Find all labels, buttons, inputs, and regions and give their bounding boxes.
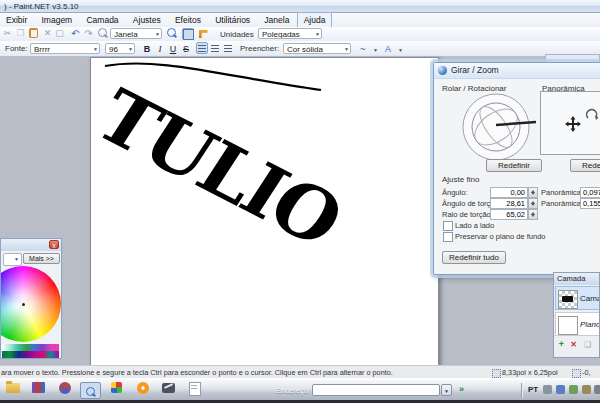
close-icon[interactable]: x: [49, 240, 59, 249]
paint-net-window: ) - Paint.NET v3.5.10 Exibir Imagem Cama…: [0, 0, 600, 403]
folder-icon[interactable]: [2, 382, 23, 399]
layer-thumbnail: [558, 290, 578, 309]
bold-button[interactable]: B: [141, 42, 153, 54]
align-right-button[interactable]: [222, 42, 234, 54]
layer-name: Camada 2: [580, 294, 600, 303]
canvas[interactable]: TULIO: [90, 57, 439, 367]
reset-roll-button[interactable]: Redefinir: [486, 159, 542, 172]
tray-printer-icon[interactable]: [543, 385, 552, 394]
spinner-updown-icon[interactable]: [528, 187, 538, 198]
trackball-control[interactable]: [458, 91, 540, 163]
pan-y-input[interactable]: [580, 198, 600, 209]
italic-button[interactable]: I: [154, 42, 166, 54]
fill-style-combo[interactable]: Cor sólida ▼: [283, 43, 351, 54]
tray-shield-icon[interactable]: [556, 385, 565, 394]
image-size-icon: [492, 369, 501, 378]
dialog-title-bar[interactable]: Girar / Zoom: [434, 63, 600, 79]
document-app-icon[interactable]: [184, 382, 205, 399]
layer-row-selected[interactable]: Camada 2: [555, 286, 600, 310]
crop-icon[interactable]: ✕: [42, 28, 53, 39]
paste-icon[interactable]: [28, 28, 39, 39]
media-disc-icon[interactable]: [132, 382, 153, 399]
status-bar: ara mover o texto. Pressione e segure a …: [0, 365, 600, 378]
redo-icon[interactable]: ↷: [83, 28, 94, 39]
align-left-button[interactable]: [196, 42, 208, 54]
pan-x-input[interactable]: [580, 187, 600, 198]
winrar-icon[interactable]: [28, 382, 49, 399]
color-swatches-row2[interactable]: [2, 351, 59, 358]
preencher-label: Preencher:: [240, 43, 279, 54]
tile-checkbox-label: Lado a lado: [455, 221, 494, 231]
menu-ajuda[interactable]: Ajuda: [298, 13, 332, 27]
smoothing-icon[interactable]: ~: [357, 42, 369, 54]
chevron-down-icon: ▼: [93, 44, 98, 54]
colors-panel: x ▼ Mais >>: [0, 238, 62, 359]
menu-imagem[interactable]: Imagem: [36, 13, 79, 27]
fonte-label: Fonte:: [5, 43, 28, 54]
language-indicator[interactable]: PT: [528, 385, 538, 394]
chevron-down-icon[interactable]: ▼: [370, 45, 381, 56]
menu-janela[interactable]: Janela: [258, 13, 295, 27]
magnifier-app-icon[interactable]: [80, 382, 101, 399]
menu-bar: Exibir Imagem Camada Ajustes Efeitos Uti…: [0, 13, 600, 27]
add-layer-icon[interactable]: +: [556, 339, 567, 350]
menu-camada[interactable]: Camada: [80, 13, 124, 27]
go-icon[interactable]: »: [455, 384, 468, 396]
layer-row[interactable]: Plano de fundo: [555, 312, 600, 336]
color-swatches-row1[interactable]: [2, 344, 59, 351]
menu-efeitos[interactable]: Efeitos: [169, 13, 207, 27]
windows-icon[interactable]: [106, 382, 127, 399]
delete-layer-icon[interactable]: ✕: [568, 339, 579, 350]
menu-exibir[interactable]: Exibir: [0, 13, 33, 27]
undo-icon[interactable]: ↶: [70, 28, 81, 39]
spinner-updown-icon[interactable]: [528, 198, 538, 209]
paintdotnet-icon[interactable]: [54, 382, 75, 399]
twist-radius-input[interactable]: [490, 209, 528, 220]
units-combo[interactable]: Polegadas ▼: [258, 28, 322, 39]
duplicate-layer-icon[interactable]: ❏: [582, 339, 593, 350]
chevron-down-icon: ▼: [155, 29, 160, 39]
reset-pan-button[interactable]: Redefinir: [570, 159, 600, 172]
cut-icon[interactable]: ✂: [2, 28, 13, 39]
copy-icon[interactable]: ❐: [15, 28, 26, 39]
address-input[interactable]: [312, 384, 440, 396]
pan-control[interactable]: [540, 91, 600, 155]
color-wheel[interactable]: [0, 266, 61, 342]
more-button[interactable]: Mais >>: [23, 253, 60, 264]
spinner-updown-icon[interactable]: [528, 209, 538, 220]
antialias-icon[interactable]: A: [382, 42, 394, 54]
menu-utilitarios[interactable]: Utilitários: [209, 13, 256, 27]
chevron-down-icon: ▼: [315, 29, 320, 39]
fine-tune-label: Ajuste fino: [442, 175, 479, 184]
tablet-pen-icon[interactable]: [158, 382, 179, 399]
twist-angle-input[interactable]: [490, 198, 528, 209]
preserve-background-checkbox[interactable]: [443, 232, 453, 242]
strikethrough-button[interactable]: S: [180, 42, 192, 54]
menu-ajustes[interactable]: Ajustes: [127, 13, 167, 27]
tile-checkbox[interactable]: [443, 221, 453, 231]
tray-clipped-icon[interactable]: [594, 385, 600, 394]
reset-all-button[interactable]: Redefinir tudo: [442, 251, 506, 264]
angle-input[interactable]: [490, 187, 528, 198]
chevron-down-icon[interactable]: ▼: [441, 384, 452, 396]
zoom-out-icon[interactable]: [97, 28, 108, 39]
chevron-down-icon[interactable]: ▼: [395, 45, 406, 56]
zoom-in-icon[interactable]: [166, 28, 177, 39]
ruler-toggle-button[interactable]: [197, 28, 209, 40]
layers-panel-title[interactable]: Camada: [554, 273, 599, 285]
deselect-icon[interactable]: ▢: [54, 28, 65, 39]
grid-toggle-button[interactable]: [182, 28, 194, 40]
align-center-button[interactable]: [209, 42, 221, 54]
canvas-text: TULIO: [91, 73, 357, 262]
window-title: ) - Paint.NET v3.5.10: [4, 2, 79, 11]
toolbar-text-options: Fonte: Brrrr ▼ 96 ▼ B I U S Preencher: C…: [0, 41, 600, 57]
zoom-mode-combo[interactable]: Janela ▼: [110, 28, 162, 39]
title-bar[interactable]: ) - Paint.NET v3.5.10: [0, 0, 600, 13]
font-size-combo[interactable]: 96 ▼: [105, 43, 135, 54]
underline-button[interactable]: U: [167, 42, 179, 54]
font-family-combo[interactable]: Brrrr ▼: [30, 43, 100, 54]
palette-combo[interactable]: ▼: [3, 253, 22, 266]
angle-spinner: [490, 187, 540, 198]
tray-star-icon[interactable]: [569, 385, 578, 394]
tray-misc-icon[interactable]: [582, 385, 591, 394]
